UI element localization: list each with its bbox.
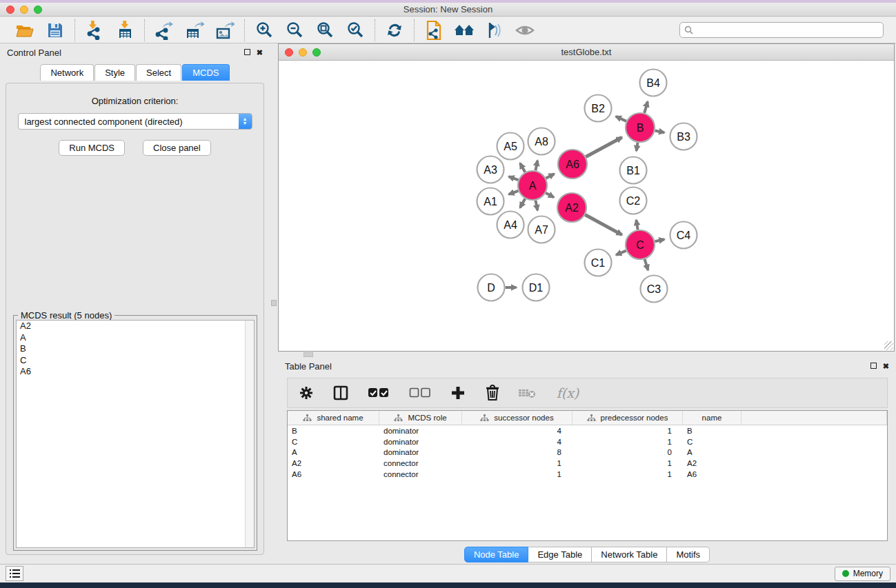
first-neighbors-button[interactable] xyxy=(454,21,475,40)
table-cell[interactable]: connector xyxy=(379,459,462,467)
float-panel-icon[interactable] xyxy=(244,48,250,57)
table-cell[interactable]: dominator xyxy=(379,427,462,435)
table-cell[interactable]: 1 xyxy=(462,470,573,478)
hide-selected-button[interactable] xyxy=(515,21,535,40)
memory-button[interactable]: Memory xyxy=(835,567,890,581)
edge-C-C3[interactable] xyxy=(645,259,648,270)
table-row[interactable]: Cdominator41C xyxy=(288,436,887,447)
column-header-shared-name[interactable]: shared name xyxy=(288,411,379,425)
delete-table-button[interactable] xyxy=(518,384,536,402)
zoom-fit-button[interactable] xyxy=(315,21,335,40)
import-table-button[interactable] xyxy=(115,21,135,40)
result-item[interactable]: A xyxy=(17,332,254,344)
edge-C-C4[interactable] xyxy=(655,239,664,241)
table-cell[interactable]: A xyxy=(683,448,741,456)
table-cell[interactable]: 4 xyxy=(462,438,573,446)
edge-A-A3[interactable] xyxy=(509,176,519,180)
horizontal-splitter-grip[interactable] xyxy=(303,352,313,357)
function-builder-button[interactable]: f(x) xyxy=(552,384,583,402)
open-file-button[interactable] xyxy=(14,21,35,40)
table-cell[interactable]: C xyxy=(683,438,741,446)
export-table-button[interactable] xyxy=(184,21,205,40)
column-header-name[interactable]: name xyxy=(683,411,741,425)
edge-C-C2[interactable] xyxy=(636,220,637,230)
network-canvas[interactable]: B4B2BB3A8A5A6A3B1AC2A1A2A4A7C4CC1DD1C3 xyxy=(279,61,894,351)
table-row[interactable]: Bdominator41B xyxy=(288,425,887,436)
edge-A-A6[interactable] xyxy=(546,174,554,178)
column-header-successor-nodes[interactable]: successor nodes xyxy=(462,411,573,425)
result-list-scrollbar[interactable] xyxy=(245,321,254,547)
zoom-selected-button[interactable] xyxy=(345,21,366,40)
zoom-out-button[interactable] xyxy=(284,21,305,40)
node-table[interactable]: shared nameMCDS rolesuccessor nodesprede… xyxy=(287,410,888,541)
edge-A6-B[interactable] xyxy=(586,137,621,156)
select-all-button[interactable] xyxy=(366,384,391,402)
edge-B-B4[interactable] xyxy=(644,101,648,113)
edge-A-A7[interactable] xyxy=(535,201,537,211)
show-column-button[interactable] xyxy=(332,384,350,402)
import-network-button[interactable] xyxy=(84,21,105,40)
column-header-predecessor-nodes[interactable]: predecessor nodes xyxy=(573,411,683,425)
float-table-panel-icon[interactable] xyxy=(870,362,877,370)
edge-A-A1[interactable] xyxy=(509,191,519,194)
tab-mcds[interactable]: MCDS xyxy=(182,64,229,81)
table-cell[interactable]: 1 xyxy=(462,459,573,467)
table-cell[interactable]: B xyxy=(288,427,379,435)
close-panel-icon[interactable]: ✖ xyxy=(257,48,263,57)
edge-A-A5[interactable] xyxy=(520,163,525,172)
edge-A-A2[interactable] xyxy=(546,193,554,198)
result-item[interactable]: A6 xyxy=(17,366,254,378)
tab-network-table[interactable]: Network Table xyxy=(592,547,667,562)
close-panel-button[interactable]: Close panel xyxy=(143,140,211,156)
table-options-button[interactable] xyxy=(297,384,315,402)
edge-A2-C[interactable] xyxy=(585,215,621,235)
edge-B-B3[interactable] xyxy=(655,130,665,132)
table-cell[interactable]: 0 xyxy=(573,448,683,456)
result-item[interactable]: B xyxy=(17,343,254,355)
table-cell[interactable]: 1 xyxy=(573,438,683,446)
table-cell[interactable]: 1 xyxy=(573,427,683,435)
apply-layout-button[interactable] xyxy=(384,21,405,40)
table-cell[interactable]: A6 xyxy=(288,470,379,478)
zoom-in-button[interactable] xyxy=(254,21,275,40)
export-network-button[interactable] xyxy=(154,21,175,40)
column-header-MCDS-role[interactable]: MCDS role xyxy=(379,411,462,425)
vertical-splitter[interactable] xyxy=(270,43,278,564)
tab-edge-table[interactable]: Edge Table xyxy=(528,547,592,562)
network-graph[interactable]: B4B2BB3A8A5A6A3B1AC2A1A2A4A7C4CC1DD1C3 xyxy=(279,61,894,351)
show-graphics-details-button[interactable] xyxy=(484,21,505,40)
table-cell[interactable]: A2 xyxy=(288,459,379,467)
search-input[interactable] xyxy=(697,26,879,35)
result-item[interactable]: A2 xyxy=(17,321,254,332)
table-cell[interactable]: A xyxy=(288,448,379,456)
tab-network[interactable]: Network xyxy=(40,64,94,81)
add-row-button[interactable] xyxy=(449,384,467,402)
task-history-button[interactable] xyxy=(6,566,23,581)
search-box[interactable] xyxy=(679,22,884,38)
table-cell[interactable]: B xyxy=(683,427,741,435)
optimization-criterion-dropdown[interactable]: largest connected component (directed) ▲… xyxy=(18,113,252,130)
resize-grip[interactable] xyxy=(884,341,893,350)
save-session-button[interactable] xyxy=(45,21,66,40)
edge-B-B2[interactable] xyxy=(616,116,626,121)
deselect-all-button[interactable] xyxy=(408,384,432,402)
tab-style[interactable]: Style xyxy=(94,64,135,81)
network-window-titlebar[interactable]: testGlobe.txt xyxy=(279,44,894,61)
edge-A-A4[interactable] xyxy=(520,199,525,207)
result-item[interactable]: C xyxy=(17,355,254,367)
splitter-grip[interactable] xyxy=(271,300,277,306)
table-cell[interactable]: A6 xyxy=(683,470,741,478)
new-network-button[interactable] xyxy=(424,21,444,40)
mcds-result-list[interactable]: A2ABCA6 xyxy=(16,320,255,548)
table-cell[interactable]: 4 xyxy=(462,427,573,435)
edge-C-C1[interactable] xyxy=(616,251,626,255)
edge-B-B1[interactable] xyxy=(637,143,638,151)
tab-motifs[interactable]: Motifs xyxy=(667,547,710,562)
table-row[interactable]: A6connector11A6 xyxy=(288,469,887,480)
table-row[interactable]: Adominator80A xyxy=(288,447,887,458)
table-cell[interactable]: connector xyxy=(379,470,462,478)
table-cell[interactable]: C xyxy=(288,438,379,446)
delete-row-button[interactable] xyxy=(484,384,501,402)
table-cell[interactable]: dominator xyxy=(379,448,462,456)
table-cell[interactable]: A2 xyxy=(683,459,741,467)
